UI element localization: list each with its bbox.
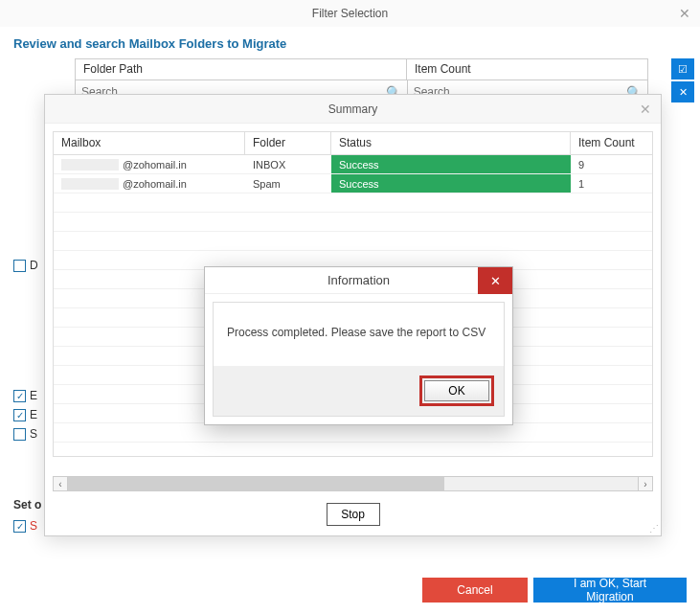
stop-button[interactable]: Stop	[327, 503, 380, 526]
select-all-button[interactable]: ☑	[671, 58, 694, 80]
checkbox-d[interactable]: D	[13, 259, 38, 272]
column-folder-path[interactable]: Folder Path	[76, 59, 407, 80]
column-mailbox[interactable]: Mailbox	[54, 132, 245, 154]
filter-selection-window: Filter Selection ✕ Review and search Mai…	[0, 0, 700, 614]
deselect-all-button[interactable]: ✕	[671, 81, 694, 102]
column-item-count[interactable]: Item Count	[407, 59, 647, 80]
checkbox-e2[interactable]: E	[13, 408, 38, 421]
scroll-thumb[interactable]	[68, 477, 444, 490]
scroll-right-icon[interactable]: ›	[638, 476, 653, 491]
info-close-button[interactable]: ✕	[478, 267, 512, 294]
checkbox-e1[interactable]: E	[13, 389, 38, 402]
info-message: Process completed. Please save the repor…	[214, 303, 504, 366]
horizontal-scrollbar[interactable]: ‹ ›	[53, 476, 653, 491]
main-title-bar: Filter Selection ✕	[0, 0, 700, 27]
table-row[interactable]: @zohomail.in Spam Success 1	[54, 174, 652, 193]
column-count[interactable]: Item Count	[571, 132, 652, 154]
column-folder[interactable]: Folder	[245, 132, 331, 154]
ok-highlight: OK	[419, 375, 494, 406]
checkbox-s[interactable]: S	[13, 427, 38, 441]
redacted-text	[61, 159, 119, 171]
scroll-left-icon[interactable]: ‹	[53, 476, 68, 491]
set-checkbox-s[interactable]: S	[13, 519, 37, 533]
cancel-button[interactable]: Cancel	[422, 578, 528, 603]
ok-button[interactable]: OK	[424, 380, 489, 401]
summary-close-button[interactable]: ✕	[640, 102, 651, 117]
main-close-button[interactable]: ✕	[679, 6, 690, 21]
table-row[interactable]: @zohomail.in INBOX Success 9	[54, 155, 652, 174]
information-dialog: Information ✕ Process completed. Please …	[204, 266, 513, 425]
main-title: Filter Selection	[312, 7, 388, 20]
section-header: Review and search Mailbox Folders to Mig…	[0, 27, 700, 58]
redacted-text	[61, 178, 119, 190]
column-status[interactable]: Status	[331, 132, 571, 154]
start-migration-button[interactable]: I am OK, Start Migration	[533, 578, 687, 603]
info-title: Information	[327, 273, 390, 287]
summary-title: Summary	[328, 102, 377, 116]
resize-grip-icon[interactable]: ⋰	[649, 526, 657, 532]
set-label: Set o	[13, 498, 41, 512]
